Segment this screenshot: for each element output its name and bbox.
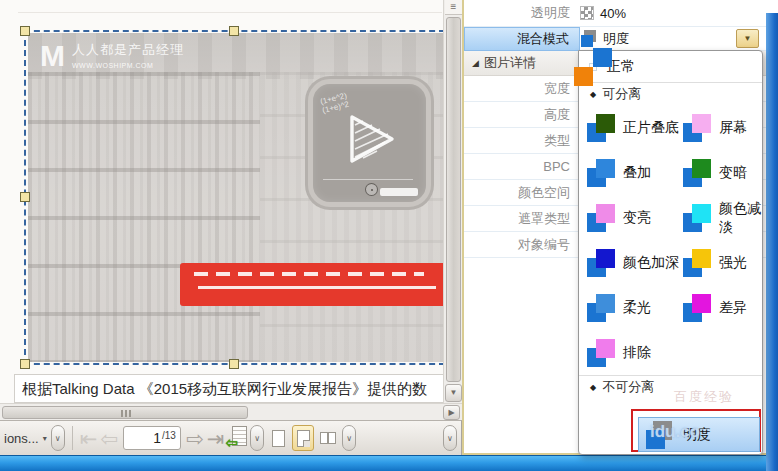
single-page-view-button[interactable] [267,425,289,451]
blend-item-normal[interactable]: 正常 [579,51,762,82]
width-label: 宽度 [464,80,580,98]
blend-mode-dropdown-button[interactable]: ▼ [736,29,759,48]
first-page-button[interactable]: ⇤ [80,428,98,449]
bpc-label: BPC [464,159,580,174]
lighten-label: 变亮 [623,209,651,227]
blackboard-video-icon: (1+e^2) (1+e)^2 [308,79,431,207]
opacity-row: 透明度 40% [464,0,766,27]
type-label: 类型 [464,132,580,150]
diamond-icon: ◆ [590,90,596,99]
facing-page-icon-left [320,432,328,444]
selection-handle-left-mid[interactable] [20,192,30,202]
softlight-blend-icon [587,294,615,322]
page-edge-line [18,12,442,13]
blend-item-overlay[interactable]: 叠加 [587,150,683,195]
play-triangle-icon [339,108,401,170]
page-current: 1 [153,430,161,446]
blend-mode-dropdown-list: 正常 ◆ 可分离 正片叠底 屏幕 叠加 变暗 变亮 颜色减淡 颜色加深 强光 柔… [578,50,763,455]
height-label: 高度 [464,106,580,124]
splitter-menu-icon[interactable]: ≡ [445,0,462,15]
toolbar-collapse-button[interactable]: ∨ [51,425,65,451]
toolbar-separator [72,426,73,450]
scroll-down-button[interactable]: ▼ [445,384,462,402]
prev-page-button[interactable]: ⇦ [100,428,118,449]
blend-item-exclusion[interactable]: 排除 [587,330,683,375]
taskbar-strip [0,455,778,471]
hardlight-label: 强光 [719,254,747,272]
horizontal-scrollbar[interactable]: ▶ [0,403,462,420]
darken-blend-icon [683,159,711,187]
blend-item-softlight[interactable]: 柔光 [587,285,683,330]
previous-view-button[interactable]: ⇦ [227,426,247,450]
multiply-blend-icon [587,114,615,142]
horizontal-scrollbar-thumb[interactable] [2,406,248,419]
transparency-checker-icon [580,6,594,20]
hardlight-blend-icon [683,249,711,277]
masktype-label: 遮罩类型 [464,210,580,228]
vertical-scrollbar-thumb[interactable] [446,17,461,382]
blend-item-colordodge[interactable]: 颜色减淡 [683,195,762,240]
chalk-tray-line [323,179,413,180]
blend-item-lighten[interactable]: 变亮 [587,195,683,240]
last-page-button[interactable]: ⇥ [207,428,225,449]
group-separable: ◆ 可分离 [579,82,762,105]
lighten-blend-icon [587,204,615,232]
options-label[interactable]: ions... [4,431,39,446]
logo-url: WWW.WOSHIPM.COM [72,62,184,69]
colorburn-label: 颜色加深 [623,254,679,272]
selection-handle-top-mid[interactable] [229,26,239,36]
blend-item-difference[interactable]: 差异 [683,285,762,330]
page-total: /13 [162,430,176,441]
continuous-view-button[interactable] [292,425,314,451]
redaction-dash-row-1 [194,272,424,276]
logo-title: 人人都是产品经理 [72,41,184,59]
blend-mode-grid: 正片叠底 屏幕 叠加 变暗 变亮 颜色减淡 颜色加深 强光 柔光 差异 排除 [579,105,762,375]
selection-handle-bottom-mid[interactable] [229,359,239,369]
blend-item-screen[interactable]: 屏幕 [683,105,762,150]
blend-item-darken[interactable]: 变暗 [683,150,762,195]
colordodge-label: 颜色减淡 [719,200,762,236]
vertical-scrollbar[interactable]: ≡ ▼ [443,0,462,403]
blend-mode-label: 混合模式 [464,27,580,51]
exclusion-blend-icon [587,339,615,367]
objectnumber-label: 对象编号 [464,236,580,254]
green-back-arrow-icon: ⇦ [225,434,238,452]
facing-pages-button[interactable] [317,425,339,451]
selection-handle-bottom-left[interactable] [20,359,30,369]
blend-mode-value[interactable]: 明度 [603,30,629,48]
overlay-blend-icon [587,159,615,187]
options-dropdown-icon[interactable]: ▾ [43,434,47,443]
watermark-ghost-text: 百度经验 [674,388,734,406]
selected-image[interactable]: M 人人都是产品经理 WWW.WOSHIPM.COM (1+e^2) (1+e)… [28,33,443,362]
continuous-page-icon [297,430,310,447]
difference-label: 差异 [719,299,747,317]
colorburn-blend-icon [587,249,615,277]
blend-mode-row: 混合模式 明度 ▼ [464,27,766,51]
section-expander-icon: ◢ [472,58,479,68]
opacity-value[interactable]: 40% [600,6,626,21]
page-caption-textframe[interactable]: 根据Talking Data 《2015移动互联网行业发展报告》提供的数 [14,374,462,403]
page-number-input[interactable]: 1 /13 [123,426,181,450]
blend-current-icon [580,30,597,47]
chalk-circle [365,183,378,196]
document-pane: M 人人都是产品经理 WWW.WOSHIPM.COM (1+e^2) (1+e)… [0,0,462,455]
redaction-dash-row-2 [198,286,436,289]
screen-label: 屏幕 [719,119,747,137]
window-edge [766,13,778,471]
next-page-button[interactable]: ⇨ [186,428,204,449]
blend-item-multiply[interactable]: 正片叠底 [587,105,683,150]
exclusion-label: 排除 [623,344,651,362]
watermark-overlay-text: idu.co [650,422,700,442]
group-nonseparable: ◆ 不可分离 [579,375,762,398]
toolbar-overflow-dropdown[interactable]: ∨ [443,425,457,451]
blend-item-colorburn[interactable]: 颜色加深 [587,240,683,285]
blend-item-hardlight[interactable]: 强光 [683,240,762,285]
page-layout-dropdown[interactable]: ∨ [342,425,356,451]
selection-handle-top-left[interactable] [20,26,30,36]
scrollbar-grip-icon [121,410,133,417]
previous-view-dropdown[interactable]: ∨ [250,425,264,451]
darken-label: 变暗 [719,164,747,182]
scroll-right-button[interactable]: ▶ [443,405,460,420]
softlight-label: 柔光 [623,299,651,317]
colorspace-label: 颜色空间 [464,184,580,202]
